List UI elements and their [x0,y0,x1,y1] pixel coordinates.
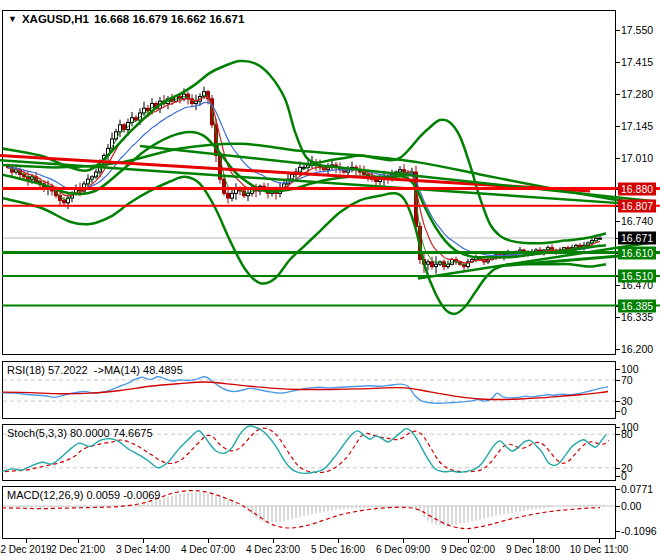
axis-tick [616,317,620,318]
axis-tick [616,411,620,412]
axis-tick [616,369,620,370]
axis-price-label: 17.415 [621,56,653,68]
time-axis-label: 3 Dec 14:00 [116,544,170,555]
axis-tick [616,401,620,402]
quote-ohlc: 16.668 16.679 16.662 16.671 [94,13,244,25]
chart-window: { "header": { "dropdown_icon": "▼", "sym… [0,0,660,560]
price-level-badge: 16.510 [618,270,656,283]
macd-indicator-label: MACD(12,26,9) 0.0059 -0.0069 [7,489,160,501]
price-level-badge: 16.671 [618,232,656,245]
time-axis-label: 4 Dec 07:00 [181,544,235,555]
price-level-badge: 16.807 [618,200,656,213]
time-axis-label: 4 Dec 23:00 [246,544,300,555]
time-tick [338,539,339,543]
rsi-indicator-label: RSI(18) 57.2022 ->MA(14) 48.4895 [7,364,183,376]
time-tick [78,539,79,543]
symbol-dropdown-icon[interactable]: ▼ [8,15,17,24]
axis-tick [616,506,620,507]
time-tick [273,539,274,543]
stoch-indicator-label: Stoch(5,3,3) 80.0000 74.6675 [7,427,153,439]
time-tick [26,539,27,543]
axis-tick [616,380,620,381]
time-axis-label: 9 Dec 18:00 [506,544,560,555]
time-tick [403,539,404,543]
axis-tick [616,427,620,428]
time-axis-label: 10 Dec 11:00 [570,544,629,555]
symbol-label: XAGUSD,H1 [22,13,89,25]
time-tick [533,539,534,543]
axis-tick [616,158,620,159]
axis-price-label: 17.145 [621,120,653,132]
axis-tick [616,30,620,31]
axis-price-label: 0 [621,470,627,482]
axis-price-label: 17.550 [621,24,653,36]
axis-price-label: 17.010 [621,152,653,164]
axis-tick [616,62,620,63]
axis-price-label: 0.0771 [621,483,653,495]
axis-tick [616,531,620,532]
axis-tick [616,434,620,435]
time-axis-label: 2 Dec 21:00 [51,544,105,555]
price-level-badge: 16.880 [618,183,656,196]
time-axis-label: 5 Dec 16:00 [311,544,365,555]
axis-tick [616,476,620,477]
axis-price-label: 0 [621,405,627,417]
axis-tick [616,94,620,95]
axis-price-label: 16.200 [621,343,653,355]
symbol-title: ▼ XAGUSD,H1 16.668 16.679 16.662 16.671 [8,13,244,25]
time-axis-label: 6 Dec 09:00 [376,544,430,555]
axis-price-label: 17.280 [621,88,653,100]
axis-price-label: 80 [621,428,633,440]
time-axis-label: 2 Dec 2019 [0,544,51,555]
axis-price-label: 0.00 [621,500,641,512]
chart-canvas[interactable] [0,0,660,560]
time-axis-label: 9 Dec 02:00 [441,544,495,555]
time-tick [208,539,209,543]
price-level-badge: 16.385 [618,300,656,313]
price-level-badge: 16.610 [618,247,656,260]
axis-tick [616,285,620,286]
time-tick [468,539,469,543]
axis-price-label: 16.335 [621,311,653,323]
axis-tick [616,468,620,469]
axis-tick [616,126,620,127]
axis-tick [616,349,620,350]
axis-price-label: 70 [621,374,633,386]
time-tick [599,539,600,543]
axis-price-label: -0.1096 [621,525,657,537]
axis-price-label: 16.740 [621,215,653,227]
axis-tick [616,489,620,490]
time-tick [143,539,144,543]
axis-tick [616,221,620,222]
